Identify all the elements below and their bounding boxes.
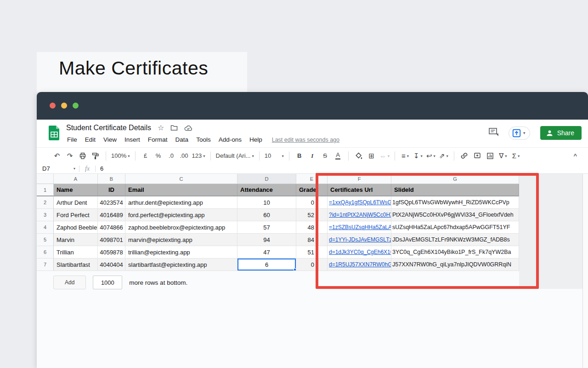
header-email[interactable]: Email bbox=[125, 184, 237, 196]
menu-help[interactable]: Help bbox=[249, 136, 262, 143]
close-window-button[interactable] bbox=[50, 103, 56, 109]
cell-grade[interactable]: 51 bbox=[296, 246, 328, 259]
cell-email[interactable]: trillian@epictexting.app bbox=[125, 246, 237, 259]
cell-grade[interactable]: 48 bbox=[296, 221, 328, 234]
cell-attendance[interactable]: 47 bbox=[237, 246, 296, 259]
formula-input[interactable]: 6 bbox=[96, 165, 103, 172]
cell-attendance[interactable]: 94 bbox=[237, 234, 296, 246]
cell-certificate-url-link[interactable]: ?id=1ntPtX2ANjW5Cc0HXvP bbox=[328, 209, 391, 221]
format-percent-button[interactable]: % bbox=[153, 150, 164, 161]
row-header-7[interactable]: 7 bbox=[37, 259, 54, 271]
cell-name[interactable]: Trillian bbox=[54, 246, 98, 259]
increase-decimal-button[interactable]: .00 bbox=[179, 150, 189, 161]
insert-link-button[interactable] bbox=[459, 150, 469, 161]
row-header-4[interactable]: 4 bbox=[37, 221, 54, 234]
menu-insert[interactable]: Insert bbox=[124, 136, 140, 143]
cloud-status-icon[interactable] bbox=[184, 125, 192, 131]
vertical-scrollbar[interactable] bbox=[582, 174, 588, 368]
cell-slideid[interactable]: 1gfSQpL6TWsGWbWywhH_RiZD5WKCcPVp bbox=[391, 196, 519, 209]
menu-addons[interactable]: Add-ons bbox=[219, 136, 242, 143]
cell-slideid[interactable]: J57XXN7RW0hG_qiLya7nlpJIQDVW0GRRqiN bbox=[391, 259, 519, 271]
vertical-align-button[interactable]: ↧▾ bbox=[413, 150, 423, 161]
presentation-publish-button[interactable]: ▾ bbox=[509, 126, 530, 140]
cell-certificate-url-link[interactable]: d=1dJk3YC0q_CgEh6X104y bbox=[328, 246, 391, 259]
menu-edit[interactable]: Edit bbox=[85, 136, 96, 143]
cell-name[interactable]: Ford Perfect bbox=[54, 209, 98, 221]
cell-attendance[interactable]: 57 bbox=[237, 221, 296, 234]
menu-view[interactable]: View bbox=[103, 136, 117, 143]
font-size-select[interactable]: 10▾ bbox=[265, 150, 284, 161]
cell-grade[interactable]: 84 bbox=[296, 234, 328, 246]
column-header-g[interactable]: G bbox=[391, 174, 519, 184]
paint-format-button[interactable] bbox=[90, 150, 101, 161]
cell-email[interactable]: ford.perfect@epictexting.app bbox=[125, 209, 237, 221]
header-slideid[interactable]: SlideId bbox=[391, 184, 519, 196]
cell-id[interactable]: 4023574 bbox=[98, 196, 125, 209]
share-button[interactable]: Share bbox=[540, 126, 582, 140]
undo-button[interactable]: ↶ bbox=[52, 150, 62, 161]
menu-format[interactable]: Format bbox=[148, 136, 168, 143]
cell-certificate-url-link[interactable]: d=1R5UJ57XXN7RW0hG_qiL bbox=[328, 259, 391, 271]
cell-id[interactable]: 4059878 bbox=[98, 246, 125, 259]
cell-slideid[interactable]: JDsJAvEMGSLTzLFr9NKWzW3MGZ_fADB8s bbox=[391, 234, 519, 246]
cell-grade[interactable]: 0 bbox=[296, 196, 328, 209]
row-header-2[interactable]: 2 bbox=[37, 196, 54, 209]
cell-certificate-url-link[interactable]: =1xxQAy1gfSQpL6TWsGWb bbox=[328, 196, 391, 209]
cell-id[interactable]: 4016489 bbox=[98, 209, 125, 221]
italic-button[interactable]: I bbox=[307, 150, 317, 161]
text-rotation-button[interactable]: ⇗▾ bbox=[439, 150, 449, 161]
comment-history-icon[interactable] bbox=[488, 127, 498, 138]
column-header-b[interactable]: B bbox=[98, 174, 125, 184]
name-box[interactable]: D7 ▾ bbox=[37, 165, 79, 172]
row-header-5[interactable]: 5 bbox=[37, 234, 54, 246]
more-formats-button[interactable]: 123▾ bbox=[192, 150, 205, 161]
menu-file[interactable]: File bbox=[67, 136, 77, 143]
cell-slideid[interactable]: PtX2ANjW5Cc0HXvP6gjWVi334_GFloetxfVdeh bbox=[391, 209, 519, 221]
cell-id[interactable]: 4040404 bbox=[98, 259, 125, 271]
last-edit-link[interactable]: Last edit was seconds ago bbox=[272, 137, 339, 143]
zoom-window-button[interactable] bbox=[73, 103, 79, 109]
menu-data[interactable]: Data bbox=[175, 136, 189, 143]
select-all-corner[interactable] bbox=[37, 174, 54, 184]
minimize-window-button[interactable] bbox=[61, 103, 67, 109]
cell-name[interactable]: Marvin bbox=[54, 234, 98, 246]
collapse-toolbar-button[interactable]: ^ bbox=[573, 152, 577, 159]
column-header-c[interactable]: C bbox=[125, 174, 237, 184]
document-title[interactable]: Student Certificate Details bbox=[66, 124, 151, 132]
cell-attendance[interactable]: 10 bbox=[237, 196, 296, 209]
filter-button[interactable]: ∇▾ bbox=[498, 150, 508, 161]
folder-icon[interactable] bbox=[170, 125, 178, 131]
header-name[interactable]: Name bbox=[54, 184, 98, 196]
borders-button[interactable]: ⊞ bbox=[367, 150, 377, 161]
cell-email[interactable]: slartibartfast@epictexting.app bbox=[125, 259, 237, 271]
cell-id[interactable]: 4098701 bbox=[98, 234, 125, 246]
row-header-3[interactable]: 3 bbox=[37, 209, 54, 221]
header-certificates-url[interactable]: Certificates Url bbox=[328, 184, 391, 196]
format-currency-button[interactable]: £ bbox=[141, 150, 151, 161]
column-header-d[interactable]: D bbox=[237, 174, 296, 184]
cell-email[interactable]: arthur.dent@epictexting.app bbox=[125, 196, 237, 209]
insert-comment-button[interactable] bbox=[472, 150, 482, 161]
strikethrough-button[interactable]: S bbox=[320, 150, 330, 161]
cell-name[interactable]: Slartibartfast bbox=[54, 259, 98, 271]
decrease-decimal-button[interactable]: .0 bbox=[166, 150, 176, 161]
star-icon[interactable]: ☆ bbox=[158, 124, 164, 132]
cell-certificate-url-link[interactable]: =1zSZBsUZsqHHa5ZaLApc bbox=[328, 221, 391, 234]
fill-color-button[interactable] bbox=[354, 150, 364, 161]
horizontal-align-button[interactable]: ≡▾ bbox=[400, 150, 410, 161]
cell-certificate-url-link[interactable]: d=1YYi-JDsJAvEMGSLTzLF bbox=[328, 234, 391, 246]
row-header-1[interactable]: 1 bbox=[37, 184, 54, 196]
menu-tools[interactable]: Tools bbox=[196, 136, 211, 143]
header-attendance[interactable]: Attendance bbox=[237, 184, 296, 196]
cell-email[interactable]: zaphod.beeblebrox@epictexting.app bbox=[125, 221, 237, 234]
cell-grade[interactable]: 52 bbox=[296, 209, 328, 221]
selected-cell-d7[interactable]: 6 bbox=[237, 259, 296, 271]
bold-button[interactable]: B bbox=[294, 150, 305, 161]
merge-cells-button[interactable]: ⇔▾ bbox=[379, 150, 390, 161]
zoom-select[interactable]: 100%▾ bbox=[111, 150, 130, 161]
fill-handle[interactable] bbox=[294, 268, 296, 271]
text-color-button[interactable]: A bbox=[333, 150, 343, 161]
row-header-6[interactable]: 6 bbox=[37, 246, 54, 259]
functions-button[interactable]: Σ▾ bbox=[511, 150, 521, 161]
cell-slideid[interactable]: 3YC0q_CgEh6X104yBiko1P_frS_Fk7qYW2Ba bbox=[391, 246, 519, 259]
